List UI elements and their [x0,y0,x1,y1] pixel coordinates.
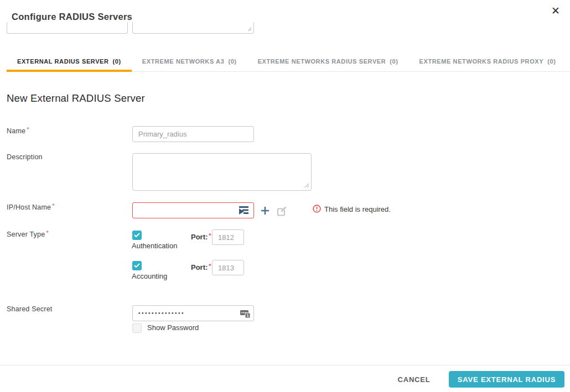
ip-host-label: IP/Host Name* [7,202,55,211]
description-textarea[interactable] [132,153,312,191]
check-icon [134,233,140,238]
accounting-label: Accounting [132,272,167,280]
required-asterisk: * [52,202,54,209]
clipped-input[interactable] [7,22,128,34]
shared-secret-input[interactable]: •••••••••••••• 1 [132,305,254,321]
clipped-textarea[interactable] [132,22,254,34]
tab-extreme-networks-radius-proxy[interactable]: EXTREME NETWORKS RADIUS PROXY(0) [409,55,567,72]
acct-port-input[interactable] [212,260,244,275]
required-asterisk: * [27,126,29,133]
ip-host-label-text: IP/Host Name [7,203,51,211]
add-ip-icon[interactable] [261,206,270,215]
ip-host-input[interactable] [132,202,254,218]
tab-extreme-networks-radius-server[interactable]: EXTREME NETWORKS RADIUS SERVER(0) [247,55,409,72]
show-password-checkbox[interactable] [132,323,142,333]
accounting-checkbox[interactable] [132,261,142,270]
tab-label: EXTREME NETWORKS A3 [142,58,225,65]
acct-port-label-text: Port: [191,263,208,271]
tab-count: (0) [390,58,398,65]
edit-ip-icon[interactable] [277,206,287,216]
footer-divider [0,365,570,365]
required-asterisk: * [46,229,48,236]
tab-extreme-networks-a3[interactable]: EXTREME NETWORKS A3(0) [132,55,247,72]
page-title: New External RADIUS Server [7,92,145,104]
description-label: Description [7,153,43,161]
tab-count: (0) [113,58,121,65]
cancel-button[interactable]: CANCEL [390,373,438,385]
ip-host-error-message: This field is required. [324,205,391,213]
select-from-list-icon[interactable] [239,206,249,215]
tab-label: EXTERNAL RADIUS SERVER [17,58,109,65]
name-label: Name* [7,126,29,135]
close-icon[interactable]: ✕ [551,6,560,16]
tab-external-radius-server[interactable]: EXTERNAL RADIUS SERVER(0) [7,55,132,72]
svg-text:1: 1 [246,313,248,318]
server-type-label: Server Type* [7,229,49,238]
tab-label: EXTREME NETWORKS RADIUS PROXY [419,58,544,65]
tab-count: (0) [547,58,556,65]
auth-port-input[interactable] [212,229,244,245]
shared-secret-label: Shared Secret [7,305,53,313]
authentication-label: Authentication [132,242,177,250]
acct-port-label: Port:* [191,263,211,271]
save-external-radius-button[interactable]: SAVE EXTERNAL RADIUS [449,371,564,388]
server-type-label-text: Server Type [7,231,45,238]
resize-handle-icon[interactable] [304,183,309,188]
error-icon [313,205,321,213]
name-input[interactable] [132,126,254,142]
authentication-checkbox[interactable] [132,231,142,240]
show-password-label: Show Password [147,323,199,332]
tab-bar: EXTERNAL RADIUS SERVER(0) EXTREME NETWOR… [7,55,570,72]
required-asterisk: * [209,232,211,239]
name-label-text: Name [7,127,25,135]
check-icon [134,263,140,268]
tab-count: (0) [228,58,236,65]
resize-handle-icon[interactable] [247,27,252,32]
auth-port-label-text: Port: [191,233,208,241]
shared-secret-masked-value: •••••••••••••• [138,306,185,321]
dialog-title: Configure RADIUS Servers [12,12,132,22]
required-asterisk: * [209,263,211,269]
tab-label: EXTREME NETWORKS RADIUS SERVER [258,58,386,65]
generate-password-icon[interactable]: 1 [240,308,251,319]
auth-port-label: Port:* [191,232,211,241]
